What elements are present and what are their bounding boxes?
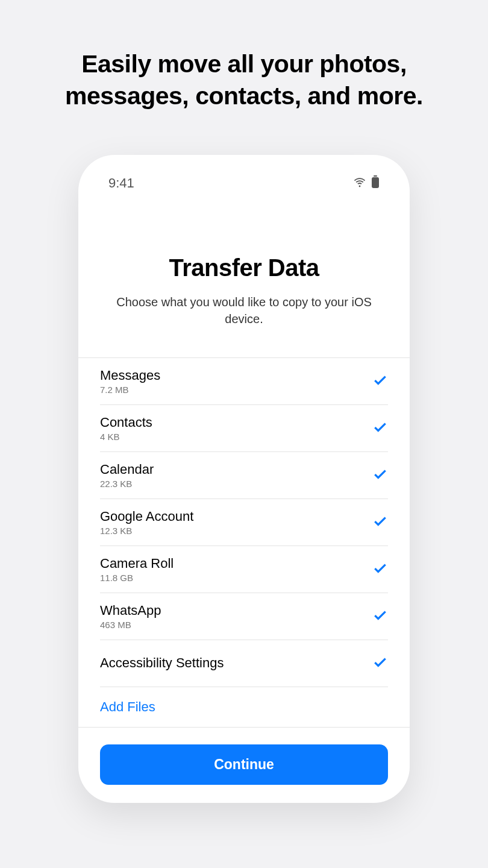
item-label: Calendar xyxy=(100,462,154,477)
check-icon xyxy=(372,372,388,390)
svg-rect-1 xyxy=(374,175,377,177)
item-label: Google Account xyxy=(100,509,193,524)
list-item-whatsapp[interactable]: WhatsApp 463 MB xyxy=(100,593,388,640)
item-label: Camera Roll xyxy=(100,556,174,571)
check-icon xyxy=(372,607,388,625)
promo-tagline: Easily move all your photos, messages, c… xyxy=(0,0,488,113)
status-time: 9:41 xyxy=(108,175,134,191)
add-files-link[interactable]: Add Files xyxy=(100,699,155,714)
item-size: 12.3 KB xyxy=(100,526,193,536)
item-label: Contacts xyxy=(100,415,152,430)
list-item-contacts[interactable]: Contacts 4 KB xyxy=(100,405,388,452)
item-size: 22.3 KB xyxy=(100,479,154,489)
list-item-camera-roll[interactable]: Camera Roll 11.8 GB xyxy=(100,546,388,593)
add-files-row: Add Files xyxy=(78,687,410,728)
item-size: 7.2 MB xyxy=(100,385,160,395)
list-item-accessibility[interactable]: Accessibility Settings xyxy=(100,640,388,687)
item-size: 11.8 GB xyxy=(100,573,174,583)
check-icon xyxy=(372,560,388,578)
item-label: Accessibility Settings xyxy=(100,655,224,671)
phone-screen: 9:41 Transfer Data Choose what you would… xyxy=(78,155,410,803)
status-icons xyxy=(353,175,380,191)
item-size: 4 KB xyxy=(100,432,152,442)
list-item-calendar[interactable]: Calendar 22.3 KB xyxy=(100,452,388,499)
list-item-google-account[interactable]: Google Account 12.3 KB xyxy=(100,499,388,546)
wifi-icon xyxy=(353,175,366,191)
battery-icon xyxy=(371,175,380,191)
item-label: WhatsApp xyxy=(100,603,161,618)
item-size: 463 MB xyxy=(100,620,161,630)
continue-button[interactable]: Continue xyxy=(100,744,388,785)
status-bar: 9:41 xyxy=(78,155,410,191)
list-item-messages[interactable]: Messages 7.2 MB xyxy=(100,358,388,405)
check-icon xyxy=(372,654,388,672)
transfer-list: Messages 7.2 MB Contacts 4 KB Calendar 2… xyxy=(78,357,410,687)
page-subtitle: Choose what you would like to copy to yo… xyxy=(78,294,410,327)
svg-rect-0 xyxy=(372,177,379,188)
page-title: Transfer Data xyxy=(78,254,410,281)
check-icon xyxy=(372,466,388,484)
check-icon xyxy=(372,513,388,531)
check-icon xyxy=(372,419,388,437)
item-label: Messages xyxy=(100,368,160,383)
